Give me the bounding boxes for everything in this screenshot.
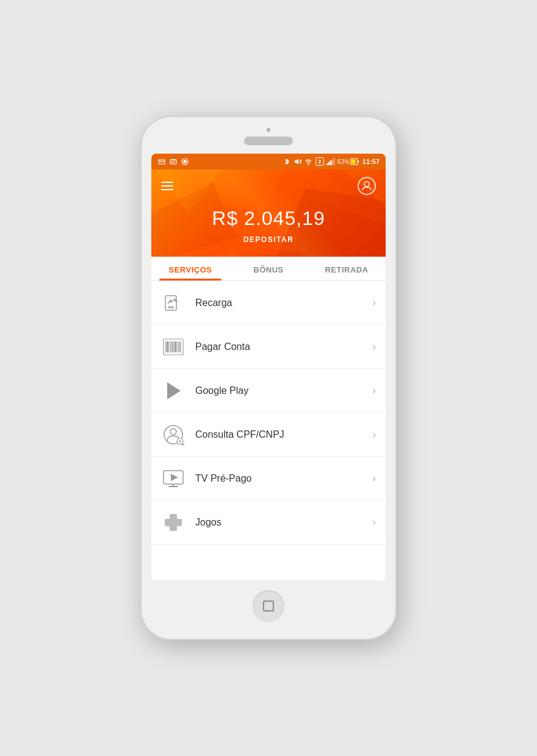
recarga-icon	[161, 291, 186, 315]
hamburger-line-1	[161, 182, 173, 183]
svg-rect-54	[170, 519, 177, 526]
svg-rect-29	[168, 306, 174, 308]
pagar-conta-label: Pagar Conta	[195, 341, 372, 352]
service-item-recarga[interactable]: Recarga ›	[151, 281, 386, 325]
tab-bar: SERVIÇOS BÔNUS RETIRADA	[151, 257, 386, 281]
balance-amount: R$ 2.045,19	[212, 207, 325, 229]
phone-screen: 2 63%	[151, 154, 386, 580]
recarga-chevron: ›	[372, 296, 376, 309]
signal-icon	[326, 157, 335, 166]
svg-rect-12	[328, 162, 330, 166]
service-item-google-play[interactable]: Google Play ›	[151, 369, 386, 413]
svg-rect-17	[358, 160, 359, 163]
games-icon	[161, 510, 186, 535]
svg-point-41	[170, 429, 176, 435]
battery-icon: ⚡	[350, 158, 359, 165]
notification-icon-2	[169, 157, 178, 166]
tab-bonus[interactable]: BÔNUS	[229, 257, 308, 280]
deposit-label: DEPOSITAR	[243, 235, 294, 244]
status-time: 11:57	[362, 158, 380, 165]
network-badge-icon: 2	[315, 157, 324, 166]
service-list: Recarga ›	[151, 281, 386, 580]
tv-prepago-label: TV Pré-Pago	[195, 473, 372, 484]
tv-prepago-chevron: ›	[372, 472, 376, 485]
cpf-icon	[161, 423, 186, 447]
google-play-chevron: ›	[372, 384, 376, 397]
play-icon	[161, 379, 186, 403]
service-item-tv-prepago[interactable]: TV Pré-Pago ›	[151, 457, 386, 501]
svg-point-10	[308, 164, 309, 165]
battery-percent: 63%	[337, 159, 350, 165]
consulta-cpf-chevron: ›	[372, 428, 376, 441]
user-icon	[362, 181, 372, 191]
hero-section: R$ 2.045,19 DEPOSITAR	[151, 169, 386, 257]
svg-marker-39	[167, 382, 181, 399]
barcode-icon	[161, 335, 186, 359]
google-play-label: Google Play	[195, 385, 372, 396]
consulta-cpf-label: Consulta CPF/CNPJ	[195, 429, 372, 440]
home-square-icon	[263, 601, 274, 612]
hero-nav	[161, 177, 376, 195]
balance-display: R$ 2.045,19	[161, 207, 376, 230]
deposit-section[interactable]: DEPOSITAR	[161, 234, 376, 244]
svg-line-43	[182, 444, 184, 446]
bluetooth-icon	[283, 157, 291, 166]
recarga-label: Recarga	[195, 298, 372, 308]
hamburger-line-3	[161, 189, 173, 190]
jogos-chevron: ›	[372, 516, 376, 529]
hamburger-line-2	[161, 185, 173, 187]
speaker-bar	[244, 137, 293, 145]
svg-rect-14	[332, 159, 334, 165]
service-item-consulta-cpf[interactable]: Consulta CPF/CNPJ ›	[151, 413, 386, 457]
svg-rect-13	[330, 160, 332, 165]
svg-text:⚡: ⚡	[352, 159, 358, 165]
svg-rect-11	[326, 163, 328, 165]
front-camera	[267, 128, 270, 132]
home-button[interactable]	[253, 590, 284, 622]
volume-mute-icon	[294, 157, 302, 166]
status-bar-left	[157, 157, 189, 166]
jogos-label: Jogos	[195, 517, 372, 528]
svg-rect-15	[334, 158, 335, 165]
tab-servicos[interactable]: SERVIÇOS	[151, 257, 229, 280]
hamburger-menu-button[interactable]	[161, 182, 173, 190]
user-profile-button[interactable]	[358, 177, 376, 195]
service-item-pagar-conta[interactable]: Pagar Conta ›	[151, 325, 386, 369]
tv-icon	[161, 466, 186, 491]
tab-retirada[interactable]: RETIRADA	[308, 257, 386, 280]
wifi-icon	[305, 157, 313, 166]
svg-rect-6	[184, 160, 187, 163]
pagar-conta-chevron: ›	[372, 340, 376, 353]
battery-container: 63% ⚡	[337, 158, 359, 165]
svg-marker-47	[171, 474, 178, 481]
notification-icon-3	[181, 157, 189, 166]
svg-point-27	[364, 182, 369, 187]
status-bar-right: 2 63%	[283, 157, 380, 166]
notification-icon-1	[157, 157, 166, 166]
svg-marker-7	[295, 159, 298, 165]
status-bar: 2 63%	[151, 154, 386, 169]
phone-frame: 2 63%	[140, 116, 397, 640]
service-item-jogos[interactable]: Jogos ›	[151, 501, 386, 544]
